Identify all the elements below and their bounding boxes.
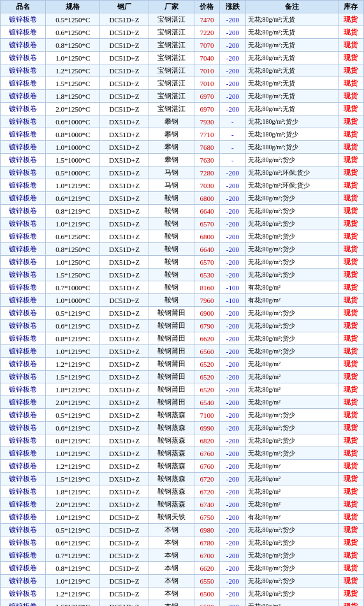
table-cell: 6520	[194, 383, 219, 396]
table-cell: 镀锌板卷	[1, 13, 46, 26]
table-cell: 现货	[338, 77, 363, 90]
table-cell: 0.8*1219*C	[46, 434, 100, 447]
table-cell: DX51D+Z	[100, 230, 149, 243]
table-cell: 6740	[194, 498, 219, 511]
table-cell: 鞍钢莆田	[149, 332, 194, 345]
table-cell: DX51D+Z	[100, 358, 149, 371]
table-cell: DX51D+Z	[100, 447, 149, 460]
table-cell: 镀锌板卷	[1, 549, 46, 562]
table-cell: 无花;80g/m²;货少	[245, 409, 338, 422]
table-cell: 现货	[338, 205, 363, 218]
table-cell: 0.6*1250*C	[46, 26, 100, 39]
table-cell: 1.8*1219*C	[46, 383, 100, 396]
table-cell: 现货	[338, 371, 363, 383]
table-row: 镀锌板卷1.0*1250*CDX51D+Z鞍钢6570-200无花;80g/m²…	[1, 256, 364, 269]
table-cell: 镀锌板卷	[1, 256, 46, 269]
table-cell: 6790	[194, 320, 219, 332]
table-cell: 鞍钢	[149, 281, 194, 294]
table-cell: 镀锌板卷	[1, 332, 46, 345]
table-cell: 1.2*1219*C	[46, 358, 100, 371]
table-cell: 无花;80g/m²;无货	[245, 77, 338, 90]
table-cell: 6570	[194, 256, 219, 269]
table-cell: 现货	[338, 230, 363, 243]
table-row: 镀锌板卷1.2*1250*CDC51D+Z宝钢湛江7010-200无花;80g/…	[1, 64, 364, 77]
table-cell: 7470	[194, 13, 219, 26]
table-cell: 现货	[338, 128, 363, 141]
table-cell: 镀锌板卷	[1, 320, 46, 332]
table-cell: 现货	[338, 588, 363, 600]
table-cell: -100	[220, 294, 245, 307]
table-cell: 6980	[194, 524, 219, 536]
table-row: 镀锌板卷1.0*1219*CDX51D+Z鞍钢蒸森6760-200无花;80g/…	[1, 447, 364, 460]
table-cell: DC51D+Z	[100, 511, 149, 524]
table-cell: -200	[220, 230, 245, 243]
table-cell: 无花;80g/m²;货少	[245, 422, 338, 434]
table-cell: -200	[220, 103, 245, 115]
table-cell: 1.8*1219*C	[46, 485, 100, 498]
table-cell: 无花;80g/m²;货少	[245, 192, 338, 205]
table-cell: 2.0*1219*C	[46, 498, 100, 511]
table-cell: DX51D+Z	[100, 192, 149, 205]
table-cell: 宝钢湛江	[149, 90, 194, 103]
table-cell: 1.0*1219*C	[46, 179, 100, 192]
table-cell: 6760	[194, 447, 219, 460]
data-table: 品名 规格 钢厂 厂家 价格 涨跌 备注 库存 镀锌板卷0.5*1250*CDC…	[0, 0, 364, 606]
table-cell: DC51D+Z	[100, 588, 149, 600]
table-cell: -200	[220, 562, 245, 575]
table-cell: 无花;80g/m²;无货	[245, 64, 338, 77]
table-cell: 6570	[194, 218, 219, 230]
table-cell: 镀锌板卷	[1, 524, 46, 536]
table-cell: 现货	[338, 256, 363, 269]
table-cell: 镀锌板卷	[1, 230, 46, 243]
table-cell: 鞍钢莆田	[149, 358, 194, 371]
table-cell: -200	[220, 575, 245, 588]
table-cell: 本钢	[149, 600, 194, 607]
table-cell: 无花;80g/m²;货少	[245, 524, 338, 536]
table-cell: 7930	[194, 115, 219, 128]
table-cell: 0.5*1219*C	[46, 307, 100, 320]
table-cell: 鞍钢莆田	[149, 383, 194, 396]
table-cell: 镀锌板卷	[1, 511, 46, 524]
table-cell: 鞍钢	[149, 192, 194, 205]
table-cell: 无花;80g/m²;无货	[245, 52, 338, 64]
table-cell: -200	[220, 205, 245, 218]
table-cell: DC51D+Z	[100, 64, 149, 77]
table-cell: 7280	[194, 166, 219, 179]
table-cell: -200	[220, 371, 245, 383]
table-row: 镀锌板卷0.7*1219*CDC51D+Z本钢6700-200无花;80g/m²…	[1, 549, 364, 562]
table-cell: -200	[220, 600, 245, 607]
table-cell: 本钢	[149, 524, 194, 536]
table-cell: 6720	[194, 473, 219, 485]
table-cell: 6530	[194, 269, 219, 281]
table-row: 镀锌板卷1.0*1250*CDC51D+Z宝钢湛江7040-200无花;80g/…	[1, 52, 364, 64]
table-cell: 1.0*1000*C	[46, 294, 100, 307]
table-cell: 无花;80g/m²	[245, 600, 338, 607]
table-cell: 鞍钢天铁	[149, 511, 194, 524]
table-cell: 6560	[194, 345, 219, 358]
table-cell: 马钢	[149, 166, 194, 179]
table-cell: DX51D+Z	[100, 371, 149, 383]
table-cell: DX51D+Z	[100, 281, 149, 294]
table-cell: 鞍钢	[149, 256, 194, 269]
table-cell: 镀锌板卷	[1, 383, 46, 396]
table-cell: 马钢	[149, 179, 194, 192]
table-cell: 镀锌板卷	[1, 281, 46, 294]
table-row: 镀锌板卷0.8*1219*CDX51D+Z鞍钢6640-200无花;80g/m²…	[1, 205, 364, 218]
table-cell: 宝钢湛江	[149, 52, 194, 64]
table-cell: -200	[220, 345, 245, 358]
table-cell: -200	[220, 422, 245, 434]
table-cell: 1.5*1250*C	[46, 77, 100, 90]
table-cell: 鞍钢	[149, 218, 194, 230]
table-cell: 本钢	[149, 562, 194, 575]
table-cell: 0.5*1250*C	[46, 13, 100, 26]
table-cell: 鞍钢蒸森	[149, 498, 194, 511]
table-row: 镀锌板卷0.8*1219*CDX51D+Z鞍钢蒸森6820-200无花;80g/…	[1, 434, 364, 447]
table-cell: 1.5*1219*C	[46, 600, 100, 607]
table-row: 镀锌板卷2.0*1250*CDC51D+Z宝钢湛江6970-200无花;80g/…	[1, 103, 364, 115]
table-cell: DX51D+Z	[100, 422, 149, 434]
table-cell: 有花;80g/m²	[245, 294, 338, 307]
table-cell: 无花;80g/m²;货少	[245, 345, 338, 358]
table-cell: 现货	[338, 90, 363, 103]
table-cell: -200	[220, 498, 245, 511]
table-cell: DC51D+Z	[100, 39, 149, 52]
